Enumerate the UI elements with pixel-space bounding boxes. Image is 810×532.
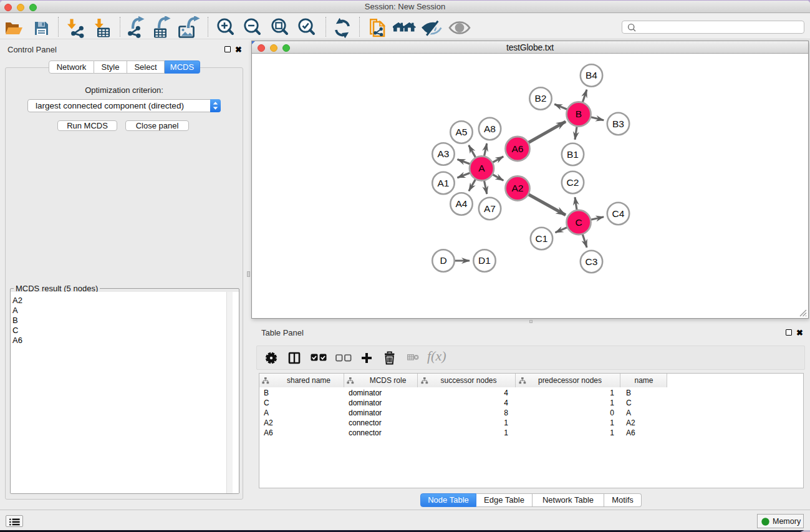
svg-text:D1: D1 [478,255,491,266]
svg-text:C1: C1 [536,233,548,244]
svg-text:A3: A3 [438,148,450,159]
svg-text:B: B [576,109,582,119]
svg-text:C2: C2 [567,177,579,188]
svg-text:A4: A4 [456,198,468,209]
svg-text:C3: C3 [586,256,598,267]
svg-text:A1: A1 [438,178,450,188]
svg-text:B2: B2 [535,93,547,104]
svg-text:D: D [440,255,446,266]
svg-text:C: C [575,217,582,228]
svg-text:A6: A6 [512,143,524,154]
svg-text:A7: A7 [484,203,496,214]
svg-text:A8: A8 [484,123,496,134]
svg-text:C4: C4 [612,208,625,219]
svg-text:A5: A5 [456,127,468,137]
svg-text:A2: A2 [512,183,524,193]
svg-text:A: A [478,163,485,173]
svg-text:B3: B3 [612,118,624,129]
svg-text:B1: B1 [567,149,579,160]
svg-text:B4: B4 [586,70,597,80]
